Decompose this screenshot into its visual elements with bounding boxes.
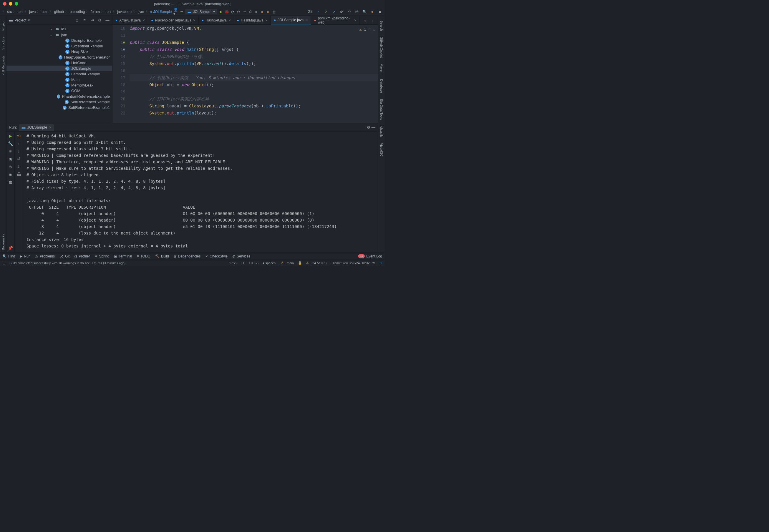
editor-tab[interactable]: ●HashSet.java× [199,16,234,24]
run-icon[interactable]: ▶ [218,9,223,14]
hammer-icon[interactable]: ⬅ [179,9,184,14]
user-dropdown-icon[interactable]: 👤▾ [173,9,178,14]
tool-icon-1[interactable]: ● [260,9,264,14]
line-separator[interactable]: LF [241,261,245,265]
window-minimize[interactable] [9,2,12,6]
tree-item[interactable]: CLambdaExample [6,71,112,77]
git-rollback-icon[interactable]: ↶ [347,9,351,14]
breadcrumb-item[interactable]: java [29,10,36,14]
restart-icon[interactable]: ⟲ [16,133,21,139]
bottom-tool-profiler[interactable]: ◔Profiler [74,254,90,258]
close-icon[interactable]: × [305,18,308,22]
project-tree[interactable]: ›🖿io1⌄🖿jvmCDisruptorExampleCExceptionExa… [6,25,112,123]
tool-window-structure[interactable]: Structure [1,34,5,52]
lock-icon[interactable]: 🔒 [298,261,302,265]
tree-item[interactable]: CMemoryLeak [6,82,112,88]
close-icon[interactable]: × [265,18,268,23]
breadcrumb-item[interactable]: forum [90,10,100,14]
breadcrumb-item[interactable]: javabetter [117,10,133,14]
tree-item[interactable]: ⌄🖿jvm [6,32,112,38]
expand-all-icon[interactable]: ≡ [82,18,87,23]
profile-icon[interactable]: ⊙ [236,9,241,14]
tree-item[interactable]: CHeapSize [6,49,112,54]
pin-icon[interactable]: 📌 [8,245,13,251]
tool-icon-2[interactable]: ● [265,9,270,14]
run-gutter-icon[interactable]: ▶ [123,46,125,53]
bottom-tool-dependencies[interactable]: ⊞Dependencies [174,254,201,258]
tree-item[interactable]: CMain [6,77,112,82]
breadcrumb-item[interactable]: test [17,10,24,14]
camera-icon[interactable]: ◉ [8,156,13,162]
tree-item[interactable]: CPhantomReferenceExample [6,94,112,99]
stop-icon[interactable]: ■ [8,149,13,154]
breadcrumb-item[interactable]: com [41,10,49,14]
bottom-tool-problems[interactable]: ⚠Problems [35,254,55,258]
tool-window-github-copilot[interactable]: GitHub Copilot [380,34,383,60]
bottom-tool-checkstyle[interactable]: ✓CheckStyle [205,254,227,258]
bottom-tool-find[interactable]: 🔍Find [2,254,15,258]
breadcrumb-item[interactable]: test [105,10,112,14]
project-panel-title[interactable]: ▬ Project ▾ [9,18,72,22]
tree-item[interactable]: CHotCode [6,60,112,66]
breadcrumb-item[interactable]: jvm [138,10,145,14]
tree-item[interactable]: CHeapSpaceErrorGenerator [6,54,112,60]
windows-icon[interactable]: ⊞ [379,261,382,265]
more-run-icon[interactable]: ⋯ [242,9,247,14]
window-maximize[interactable] [15,2,18,6]
bottom-tool-git[interactable]: ⎇Git [59,254,69,258]
inspection-widget[interactable]: ⚠ 1 ^ ⌄ [359,26,375,33]
editor-tab[interactable]: ●JOLSample.java× [271,16,311,24]
bottom-tool-terminal[interactable]: ▣Terminal [114,254,132,258]
tree-item[interactable]: CSoftReferenceExample1 [6,105,112,110]
code-editor[interactable]: ⚠ 1 ^ ⌄ 101112▶13▶141516171819202122 imp… [112,25,378,123]
indent[interactable]: 4 spaces [263,261,275,265]
tabs-dropdown-icon[interactable]: ⌄ [363,18,367,23]
tree-item[interactable]: CDisruptorExample [6,38,112,43]
diff-status[interactable]: ⚠ 24 Δ/0↑ 1↓ [306,261,327,265]
tool-window-jclasslib[interactable]: jclasslib [380,123,383,139]
tool-window-search[interactable]: Search [380,18,383,33]
tree-item[interactable]: CJOLSample [6,66,112,71]
caret-position[interactable]: 17:22 [229,261,237,265]
down-icon[interactable]: ↓ [16,149,21,154]
close-icon[interactable]: × [193,18,195,23]
git-update-icon[interactable]: ✓ [316,9,321,14]
translate-icon[interactable]: ㊥ [354,9,359,14]
settings-icon[interactable]: ⚙ [97,18,102,23]
breadcrumb-item[interactable]: paicoding [69,10,85,14]
bottom-tool-run[interactable]: ▶Run [20,254,30,258]
run-settings-icon[interactable]: ⚙ [366,125,371,130]
bottom-tool-spring[interactable]: ❇Spring [94,254,109,258]
tool-window-database[interactable]: Database [380,77,383,95]
editor-tab[interactable]: ●pom.xml (paicoding-web)× [311,16,360,24]
tree-item[interactable]: COOM [6,88,112,94]
git-history-icon[interactable]: ⟳ [339,9,344,14]
hide-icon[interactable]: — [105,18,110,23]
editor-tab[interactable]: ●ArrayList.java× [112,16,148,24]
tree-item[interactable]: ›🖿io1 [6,26,112,32]
console-output[interactable]: # Running 64-bit HotSpot VM. # Using com… [23,132,378,252]
tree-item[interactable]: CExceptionExample [6,43,112,49]
rerun-icon[interactable]: ▶ [8,133,13,139]
git-push-icon[interactable]: ↗ [331,9,336,14]
search-icon[interactable]: 🔍 [362,9,367,14]
status-icon[interactable]: ▢ [2,261,5,265]
breadcrumb-item[interactable]: ● JOLSample [149,10,172,14]
scroll-end-icon[interactable]: ⤓ [16,164,21,169]
bottom-tool-build[interactable]: 🔨Build [155,254,169,258]
attach-icon[interactable]: ⎙ [248,9,252,14]
editor-tab[interactable]: ●PlaceholderHelper.java× [148,16,199,24]
stop-icon[interactable]: ■ [254,9,258,14]
close-icon[interactable]: × [228,18,231,23]
run-tab[interactable]: ▬ JOLSample × [19,124,54,131]
close-icon[interactable]: × [354,18,356,23]
bottom-tool-services[interactable]: ⊙Services [232,254,250,258]
encoding[interactable]: UTF-8 [249,261,258,265]
select-opened-icon[interactable]: ⊙ [74,18,79,23]
event-log[interactable]: 9+Event Log [358,254,382,258]
tool-window-visualgc[interactable]: VisualGC [380,141,383,159]
coverage-icon[interactable]: ◔ [230,9,235,14]
jetbrains-icon[interactable]: ◆ [377,9,382,14]
breadcrumb-item[interactable]: src [6,10,12,14]
blame[interactable]: Blame: You 3/20/24, 10:32 PM [331,261,375,265]
